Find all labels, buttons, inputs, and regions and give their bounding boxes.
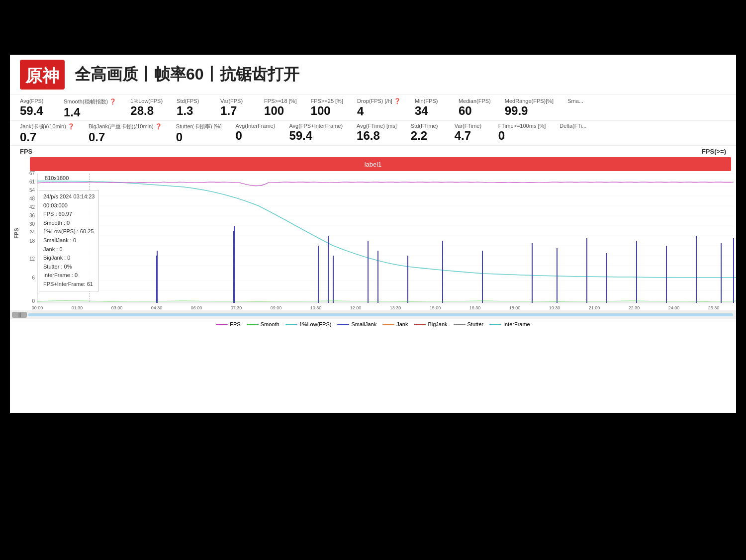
legend-fps: FPS <box>216 321 240 327</box>
svg-text:24: 24 <box>29 230 35 235</box>
stat-label-median: Median(FPS) <box>459 98 491 104</box>
legend-1plow: 1%Low(FPS) <box>285 321 332 327</box>
stat-value-std: 1.3 <box>177 104 193 118</box>
svg-text:21:00: 21:00 <box>589 305 600 310</box>
svg-text:42: 42 <box>29 204 35 210</box>
stat-deltaftime: Delta(FTi... <box>560 123 589 144</box>
svg-text:0: 0 <box>32 298 35 304</box>
main-screen: 原神 全高画质丨帧率60丨抗锯齿打开 Avg(FPS) 59.4 Smooth(… <box>10 55 736 413</box>
stat-avgftime: Avg(FTime) [ms] 16.8 <box>357 123 397 144</box>
tooltip-bigjank: BigJank : 0 <box>43 254 94 263</box>
stat-fps18: FPS>=18 [%] 100 <box>264 98 296 119</box>
tooltip-smalljank: SmallJank : 0 <box>43 236 94 245</box>
stat-label-deltaftime: Delta(FTi... <box>560 123 586 129</box>
stat-drop: Drop(FPS) [/h] ❓ 4 <box>357 98 401 119</box>
chart-title-fps: FPS <box>20 148 32 155</box>
chart-container[interactable]: FPS label1 <box>10 156 736 310</box>
stat-fps25: FPS>=25 [%] 100 <box>311 98 343 119</box>
stat-value-drop: 4 <box>357 104 364 118</box>
legend-stutter-label: Stutter <box>467 321 483 327</box>
svg-text:03:00: 03:00 <box>111 305 123 310</box>
stat-label-varftime: Var(FTime) <box>455 123 481 129</box>
y-axis-label: FPS <box>13 228 19 238</box>
legend-smooth-line <box>247 324 259 325</box>
svg-text:15:00: 15:00 <box>430 305 441 310</box>
stat-label-ftime100: FTime>=100ms [%] <box>498 123 546 129</box>
stat-label-fps25: FPS>=25 [%] <box>311 98 343 104</box>
svg-text:48: 48 <box>29 196 35 201</box>
scrollbar-thumb[interactable]: ||| <box>12 312 27 318</box>
svg-text:13:30: 13:30 <box>390 305 401 310</box>
legend-smalljank-line <box>337 324 349 325</box>
svg-text:01:30: 01:30 <box>72 305 83 310</box>
stat-varftime: Var(FTime) 4.7 <box>455 123 484 144</box>
stat-interframe: Avg(InterFrame) 0 <box>236 123 276 144</box>
legend-jank-line <box>382 324 394 325</box>
legend-smooth: Smooth <box>247 321 280 327</box>
svg-text:25:30: 25:30 <box>708 305 720 310</box>
stat-label-stdftime: Std(FTime) <box>411 123 438 129</box>
svg-text:12:00: 12:00 <box>350 305 362 310</box>
svg-text:6: 6 <box>32 275 35 280</box>
svg-text:810x1800: 810x1800 <box>45 175 69 181</box>
svg-text:06:00: 06:00 <box>191 305 202 310</box>
svg-text:原神: 原神 <box>25 67 59 85</box>
stats-row-2: Jank(卡顿)(/10min) ❓ 0.7 BigJank(严重卡顿)(/10… <box>10 121 736 146</box>
svg-text:label1: label1 <box>365 161 382 168</box>
legend-bigjank-label: BigJank <box>428 321 447 327</box>
stat-bigjank: BigJank(严重卡顿)(/10min) ❓ 0.7 <box>89 123 162 144</box>
svg-text:36: 36 <box>29 213 35 218</box>
stat-ftime100: FTime>=100ms [%] 0 <box>498 123 546 144</box>
svg-text:61: 61 <box>29 179 35 185</box>
stat-label-var: Var(FPS) <box>220 98 243 104</box>
page-title: 全高画质丨帧率60丨抗锯齿打开 <box>75 64 299 86</box>
stat-value-fps25: 100 <box>311 104 331 118</box>
stat-value-jank: 0.7 <box>20 130 36 144</box>
legend-fps-line <box>216 324 228 325</box>
stat-value-1plow: 28.8 <box>130 104 154 118</box>
stat-value-avg-fps: 59.4 <box>20 104 43 118</box>
stat-label-bigjank: BigJank(严重卡顿)(/10min) ❓ <box>89 123 162 130</box>
stat-value-bigjank: 0.7 <box>89 130 105 144</box>
stat-label-sma: Sma... <box>567 98 583 104</box>
stat-value-var: 1.7 <box>220 104 237 118</box>
svg-text:19:30: 19:30 <box>549 305 560 310</box>
scrollbar-track[interactable] <box>28 313 733 316</box>
legend-bigjank: BigJank <box>414 321 447 327</box>
legend-smalljank-label: SmallJank <box>351 321 376 327</box>
svg-text:30: 30 <box>29 221 35 227</box>
svg-text:67: 67 <box>29 171 35 176</box>
stat-label-stutter: Stutter(卡顿率) [%] <box>176 123 222 130</box>
stat-value-varftime: 4.7 <box>455 129 471 143</box>
stat-std: Std(FPS) 1.3 <box>177 98 206 119</box>
stat-value-avgftime: 16.8 <box>357 129 380 143</box>
stat-sma: Sma... <box>567 98 597 119</box>
stats-row-1: Avg(FPS) 59.4 Smooth(稳帧指数) ❓ 1.4 1%Low(F… <box>10 95 736 121</box>
svg-text:09:00: 09:00 <box>271 305 282 310</box>
stat-label-jank: Jank(卡顿)(/10min) ❓ <box>20 123 75 130</box>
stat-value-stdftime: 2.2 <box>411 129 427 143</box>
chart-title-row: FPS FPS(>=) <box>10 147 736 156</box>
stat-label-interframe: Avg(InterFrame) <box>236 123 276 129</box>
svg-text:18:00: 18:00 <box>509 305 521 310</box>
legend-smalljank: SmallJank <box>337 321 376 327</box>
scrollbar[interactable]: ||| <box>10 310 736 319</box>
stat-value-interframe: 0 <box>236 129 242 143</box>
chart-title-fps-gte: FPS(>=) <box>702 148 726 155</box>
stat-fps-interframe: Avg(FPS+InterFrame) 59.4 <box>289 123 343 144</box>
legend-1plow-label: 1%Low(FPS) <box>299 321 332 327</box>
svg-text:16:30: 16:30 <box>469 305 481 310</box>
svg-text:12: 12 <box>29 256 35 262</box>
stat-stdftime: Std(FTime) 2.2 <box>411 123 441 144</box>
legend-fps-label: FPS <box>230 321 240 327</box>
stat-label-drop: Drop(FPS) [/h] ❓ <box>357 98 401 104</box>
stat-label-std: Std(FPS) <box>177 98 199 104</box>
svg-text:10:30: 10:30 <box>310 305 322 310</box>
legend-interframe-line <box>489 324 501 325</box>
stat-value-min: 34 <box>415 104 428 118</box>
tooltip-time1: 24/p/s 2024 03:14:23 <box>43 192 94 201</box>
tooltip-box: 24/p/s 2024 03:14:23 00:03:000 FPS : 60.… <box>39 190 99 291</box>
legend-bigjank-line <box>414 324 426 325</box>
svg-text:04:30: 04:30 <box>151 305 163 310</box>
legend-stutter-line <box>454 324 466 325</box>
